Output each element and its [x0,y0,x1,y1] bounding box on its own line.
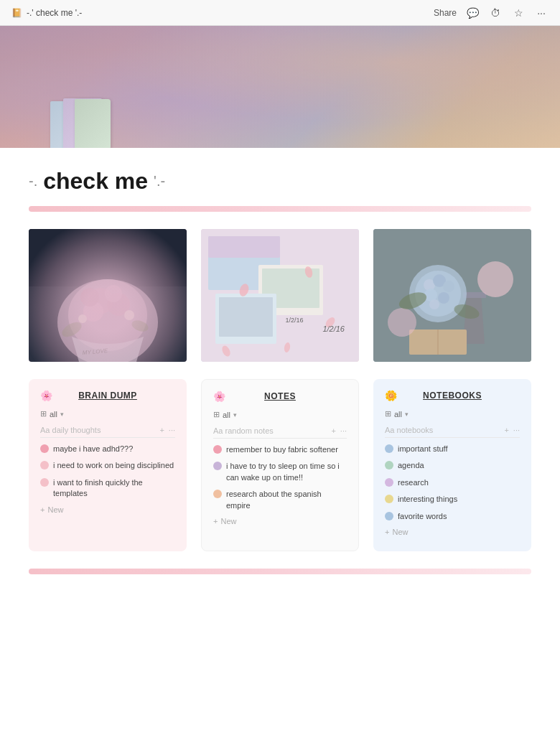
svg-point-40 [477,261,513,297]
notebook-page-3 [75,99,111,148]
brain-dump-placeholder[interactable]: Aa daily thoughts [40,426,101,434]
top-pink-divider [29,206,531,212]
svg-rect-21 [219,297,273,337]
filter-chevron-icon: ▾ [60,411,64,418]
svg-point-8 [80,288,99,307]
item-text: maybe i have adhd??? [53,444,133,454]
svg-point-2 [57,279,158,362]
notebooks-header: 🌼 NOTEBOOKS [385,391,520,401]
brain-dump-title: BRAIN DUMP [78,391,137,401]
notebooks-card: 🌼 NOTEBOOKS ⊞ all ▾ Aa notebooks + ··· i… [373,379,531,551]
list-item: i have to try to sleep on time so i can … [213,461,347,483]
notebooks-actions: + ··· [504,426,520,434]
chat-icon[interactable]: 💬 [465,6,480,20]
notebooks-placeholder[interactable]: Aa notebooks [385,426,433,434]
more-options-button[interactable]: ··· [340,426,347,435]
add-new-row[interactable]: + New [385,528,520,536]
notebooks-filter[interactable]: ⊞ all ▾ [385,409,520,419]
item-text: i want to finish quickly the templates [53,477,175,500]
list-item: remember to buy fabric softener [213,444,347,455]
bottom-pink-divider [29,569,531,574]
brain-dump-header: 🌸 BRAIN DUMP [40,391,175,401]
svg-point-41 [388,308,416,337]
share-button[interactable]: Share [434,8,457,18]
list-item: research [385,477,520,488]
filter-chevron-icon: ▾ [233,411,237,419]
add-new-row[interactable]: + New [40,505,175,514]
svg-rect-16 [208,236,280,258]
svg-point-36 [443,281,454,292]
brain-dump-input-row: Aa daily thoughts + ··· [40,426,175,438]
list-item: agenda [385,460,520,471]
item-text: research about the spanish empire [226,489,347,511]
notes-header: 🌸 NOTES [213,391,347,401]
title-suffix: '.- [154,173,165,190]
item-text: i need to work on being disciplined [53,460,174,471]
add-item-button[interactable]: + [504,426,508,434]
item-dot [213,490,222,498]
tab-title: 📔 -.' check me '.- [11,8,82,18]
filter-table-icon: ⊞ [213,410,220,419]
history-icon[interactable]: ⏱ [488,6,503,20]
notebooks-title: NOTEBOOKS [423,391,482,401]
item-text: agenda [398,460,424,471]
photo-card-bouquet: MY LOVE [29,229,187,362]
more-options-button[interactable]: ··· [169,426,175,434]
item-dot [385,512,393,520]
photo-card-collage: 1/2/16 [201,229,359,362]
notes-filter[interactable]: ⊞ all ▾ [213,410,347,419]
svg-point-11 [60,319,84,340]
item-dot [40,478,49,487]
add-plus-icon: + [40,505,45,514]
hydrangeas-photo [373,229,531,362]
notebook-icon [50,83,108,148]
notes-placeholder[interactable]: Aa random notes [213,426,274,435]
hero-banner [0,26,560,148]
new-label[interactable]: New [220,517,236,525]
tab-favicon: 📔 [11,8,22,18]
item-text: interesting things [398,494,457,505]
brain-dump-card: 🌸 BRAIN DUMP ⊞ all ▾ Aa daily thoughts +… [29,379,187,551]
list-item: maybe i have adhd??? [40,444,175,454]
item-dot [40,461,49,469]
top-bar: 📔 -.' check me '.- Share 💬 ⏱ ☆ ··· [0,0,560,26]
item-dot [213,462,222,470]
list-item: research about the spanish empire [213,489,347,511]
svg-text:MY LOVE: MY LOVE [82,347,108,356]
item-dot [385,444,393,453]
list-item: interesting things [385,494,520,505]
add-plus-icon: + [213,517,218,525]
brain-dump-actions: + ··· [159,426,175,434]
list-item: i need to work on being disciplined [40,460,175,471]
photo-grid: MY LOVE 1/2/16 [29,229,531,362]
more-options-button[interactable]: ··· [513,426,520,434]
item-text: research [398,477,429,488]
notebooks-input-row: Aa notebooks + ··· [385,426,520,438]
notes-input-row: Aa random notes + ··· [213,426,347,439]
add-item-button[interactable]: + [159,426,164,434]
new-label[interactable]: New [392,528,408,536]
notes-actions: + ··· [331,426,347,435]
svg-point-12 [130,318,149,333]
list-item: i want to finish quickly the templates [40,477,175,500]
svg-point-10 [78,314,87,323]
new-label[interactable]: New [47,505,63,514]
item-text: i have to try to sleep on time so i can … [226,461,347,483]
item-dot [213,445,222,454]
svg-point-7 [105,285,122,302]
collage-photo: 1/2/16 [201,229,359,362]
more-icon[interactable]: ··· [534,6,549,20]
svg-point-4 [88,288,113,314]
photo-card-hydrangeas [373,229,531,362]
item-dot [385,461,393,469]
add-item-button[interactable]: + [331,426,335,435]
item-dot [385,495,393,503]
star-icon[interactable]: ☆ [511,6,526,20]
add-new-row[interactable]: + New [213,517,347,525]
svg-point-5 [107,293,130,316]
notes-emoji: 🌸 [213,391,225,402]
page-content: -. check me '.- [14,148,546,574]
svg-point-3 [68,279,147,351]
brain-dump-filter[interactable]: ⊞ all ▾ [40,409,175,419]
filter-table-icon: ⊞ [40,409,47,419]
